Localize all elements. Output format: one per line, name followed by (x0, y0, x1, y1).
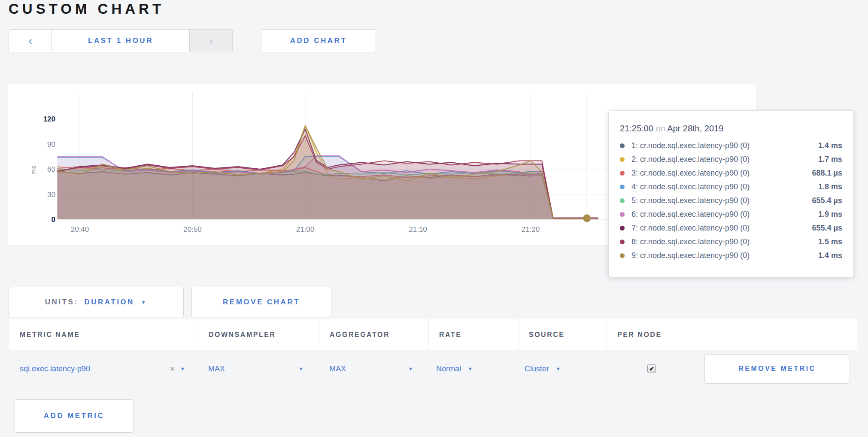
y-tick-label: 120 (43, 115, 55, 123)
tooltip-separator: on (656, 124, 665, 133)
tooltip-time: 21:25:00 (620, 124, 653, 133)
y-tick-label: 0 (52, 215, 55, 224)
clear-metric-icon[interactable]: ✕ (170, 365, 175, 373)
chevron-down-icon: ▼ (141, 300, 147, 305)
check-icon: ✔ (649, 365, 654, 372)
tooltip-row: 7: cr.node.sql.exec.latency-p90 (0)655.4… (620, 221, 842, 235)
tooltip-series-label: 3: cr.node.sql.exec.latency-p90 (0) (631, 169, 750, 178)
tooltip-rows: 1: cr.node.sql.exec.latency-p90 (0)1.4 m… (620, 139, 842, 262)
source-value: Cluster (525, 364, 549, 373)
tooltip-row: 2: cr.node.sql.exec.latency-p90 (0)1.7 m… (620, 152, 842, 166)
next-time-range-button-disabled[interactable]: › (189, 30, 232, 52)
tooltip-series-label: 2: cr.node.sql.exec.latency-p90 (0) (631, 155, 750, 164)
tooltip-row: 3: cr.node.sql.exec.latency-p90 (0)688.1… (620, 166, 842, 180)
tooltip-row: 4: cr.node.sql.exec.latency-p90 (0)1.8 m… (620, 180, 842, 194)
series-color-dot (620, 253, 625, 258)
aggregator-value: MAX (329, 364, 346, 373)
downsampler-dropdown[interactable]: MAX ▼ (208, 364, 303, 373)
chevron-down-icon: ▼ (408, 366, 413, 371)
tooltip-series-value: 1.4 ms (818, 141, 842, 150)
tooltip-row: 8: cr.node.sql.exec.latency-p90 (0)1.5 m… (620, 235, 842, 249)
per-node-cell: ✔ (607, 364, 697, 373)
header-per-node: PER NODE (607, 319, 697, 350)
remove-metric-label: REMOVE METRIC (738, 365, 816, 373)
hover-point-dot (583, 214, 591, 222)
tooltip-series-label: 6: cr.node.sql.exec.latency-p90 (0) (631, 210, 750, 219)
series-area-9 (58, 126, 598, 219)
page-title: CUSTOM CHART (9, 1, 164, 17)
tooltip-series-label: 9: cr.node.sql.exec.latency-p90 (0) (631, 251, 750, 260)
tooltip-date: Apr 28th, 2019 (667, 124, 723, 133)
tooltip-series-label: 1: cr.node.sql.exec.latency-p90 (0) (631, 141, 750, 150)
y-axis-unit-label: ms (30, 165, 37, 175)
header-rate: RATE (428, 319, 518, 350)
rate-value: Normal (436, 364, 461, 373)
x-tick-label: 21:00 (296, 225, 315, 234)
prev-time-range-button[interactable]: ‹ (9, 30, 52, 52)
units-dropdown[interactable]: UNITS: DURATION ▼ (9, 287, 184, 317)
series-color-dot (620, 143, 625, 148)
chevron-down-icon: ▼ (468, 366, 473, 371)
tooltip-series-value: 688.1 µs (812, 169, 842, 178)
series-color-dot (620, 185, 625, 189)
series-color-dot (620, 198, 625, 203)
series-color-dot (620, 226, 625, 231)
rate-dropdown[interactable]: Normal ▼ (436, 364, 473, 373)
remove-chart-label: REMOVE CHART (223, 298, 300, 307)
units-value: DURATION (84, 298, 134, 307)
add-metric-label: ADD METRIC (44, 412, 105, 420)
tooltip-series-value: 1.7 ms (818, 155, 842, 164)
actions-cell: REMOVE METRIC (697, 354, 857, 384)
header-aggregator: AGGREGATOR (319, 319, 428, 350)
tooltip-series-value: 1.4 ms (818, 251, 842, 260)
header-source: SOURCE (518, 319, 607, 350)
chevron-right-icon: › (209, 34, 213, 48)
tooltip-row: 6: cr.node.sql.exec.latency-p90 (0)1.9 m… (620, 207, 842, 221)
y-tick-label: 30 (47, 191, 55, 199)
x-tick-label: 21:20 (522, 225, 540, 234)
aggregator-dropdown[interactable]: MAX ▼ (329, 364, 413, 373)
series-color-dot (620, 240, 625, 244)
tooltip-series-value: 655.4 µs (812, 196, 842, 205)
series-color-dot (620, 157, 625, 162)
tooltip-series-label: 7: cr.node.sql.exec.latency-p90 (0) (631, 224, 750, 233)
y-tick-label: 90 (47, 140, 55, 149)
tooltip-title: 21:25:00 on Apr 28th, 2019 (620, 124, 842, 134)
time-range-label: LAST 1 HOUR (88, 36, 153, 45)
series-color-dot (620, 212, 625, 217)
time-range-dropdown[interactable]: LAST 1 HOUR (52, 30, 189, 52)
tooltip-row: 1: cr.node.sql.exec.latency-p90 (0)1.4 m… (620, 139, 842, 152)
y-tick-label: 60 (47, 165, 55, 173)
chevron-left-icon: ‹ (28, 34, 32, 48)
remove-chart-button[interactable]: REMOVE CHART (191, 287, 331, 317)
tooltip-series-value: 1.8 ms (818, 182, 842, 191)
downsampler-value: MAX (208, 364, 225, 373)
source-dropdown[interactable]: Cluster ▼ (525, 364, 561, 373)
series-color-dot (620, 171, 625, 176)
chart-hover-tooltip: 21:25:00 on Apr 28th, 2019 1: cr.node.sq… (609, 111, 853, 277)
tooltip-series-label: 8: cr.node.sql.exec.latency-p90 (0) (631, 237, 750, 246)
tooltip-series-value: 655.4 µs (812, 224, 842, 233)
x-tick-label: 20:40 (71, 225, 89, 234)
metric-name-cell: sql.exec.latency-p90 ✕ ▼ (9, 364, 198, 373)
add-chart-label: ADD CHART (290, 36, 347, 45)
tooltip-series-value: 1.5 ms (818, 237, 842, 246)
downsampler-cell: MAX ▼ (198, 364, 319, 373)
metric-dropdown-icon[interactable]: ▼ (180, 366, 185, 371)
toolbar: ‹ LAST 1 HOUR › ADD CHART (9, 29, 376, 52)
rate-cell: Normal ▼ (428, 364, 518, 373)
tooltip-row: 5: cr.node.sql.exec.latency-p90 (0)655.4… (620, 194, 842, 207)
x-tick-label: 21:10 (409, 225, 427, 234)
units-label: UNITS: (45, 298, 79, 307)
x-tick-label: 20:50 (183, 225, 202, 234)
header-metric-name: METRIC NAME (9, 319, 198, 350)
time-range-picker: ‹ LAST 1 HOUR › (9, 29, 233, 52)
source-cell: Cluster ▼ (518, 364, 607, 373)
metric-row: sql.exec.latency-p90 ✕ ▼ MAX ▼ MAX ▼ Nor… (9, 350, 857, 387)
tooltip-series-value: 1.9 ms (818, 210, 842, 219)
remove-metric-button[interactable]: REMOVE METRIC (704, 354, 850, 384)
per-node-checkbox[interactable]: ✔ (647, 364, 656, 373)
tooltip-series-label: 4: cr.node.sql.exec.latency-p90 (0) (631, 182, 750, 191)
add-metric-button[interactable]: ADD METRIC (15, 399, 134, 433)
add-chart-button[interactable]: ADD CHART (261, 29, 376, 52)
